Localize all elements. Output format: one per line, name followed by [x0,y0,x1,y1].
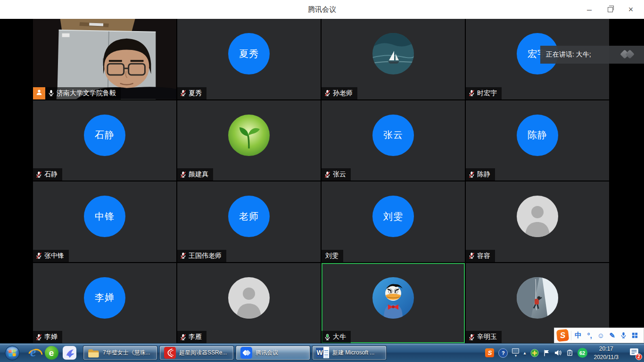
participant-name: 大牛 [333,333,346,341]
nameplate: 李雁 [177,331,206,343]
participant-name: 张中锋 [44,252,64,260]
taskbar-app-word[interactable]: W 新建 Microsoft ... [312,346,387,360]
system-tray: S ? ▾ ▴ 62 [485,348,587,358]
participant-name: 颜建真 [189,170,208,179]
nameplate: 孙老师 [322,87,357,99]
taskbar-app-label: 7华璧女士《慧珠... [103,349,150,357]
help-tray-icon[interactable]: ? [498,348,508,358]
nameplate: 辛明玉 [466,331,502,343]
participant-name: 李婵 [44,333,58,341]
title-bar: 腾讯会议 – × [0,0,644,19]
participant-tile-speaking[interactable]: 大牛 [322,263,465,344]
clipboard-tray-icon[interactable] [566,349,573,356]
avatar-initials: 李婵 [84,277,125,319]
taskbar-app-label: 新建 Microsoft ... [332,349,374,357]
participant-name: 夏秀 [189,89,202,98]
participant-tile[interactable]: 陈静 陈静 [466,100,609,181]
avatar-initials: 老师 [228,196,270,237]
mic-on-icon [48,90,55,97]
avatar-initials: 石静 [84,115,125,156]
participant-tile[interactable]: 老师 王国伟老师 [177,181,321,262]
nameplate: 颜建真 [177,168,213,181]
folder-icon [87,346,100,360]
nameplate: 容容 [466,250,495,262]
participant-tile[interactable]: 李雁 [177,263,321,344]
restore-button[interactable] [600,0,620,19]
taskbar-app-folder[interactable]: 7华璧女士《慧珠... [83,346,157,360]
participant-tile[interactable]: 李婵 李婵 [33,263,176,344]
chaoxing-reader-icon [163,346,176,360]
ime-punctuation-button[interactable]: °, [585,329,594,342]
nameplate: 陈静 [466,168,495,181]
ime-handwriting-button[interactable]: ✎ [608,329,617,342]
ime-emoji-button[interactable]: ☺ [596,329,605,342]
windows-taskbar: e e 7华璧女士《慧珠... 超星阅读器SSRe... 腾讯会议 W 新建 M… [0,343,644,362]
participant-tile[interactable]: 孙老师 [322,19,465,99]
mic-muted-icon [468,334,475,341]
sogou-logo-icon[interactable]: S [556,329,569,342]
participant-tile[interactable]: 中锋 张中锋 [33,181,176,262]
language-bar-icon[interactable]: ▾ [512,348,519,358]
participant-tile[interactable]: 夏秀 夏秀 [177,19,321,99]
360-safety-tray-icon[interactable] [530,349,539,357]
minimize-button[interactable]: – [579,0,600,19]
avatar-photo-climber [517,277,558,319]
ime-voice-button[interactable] [619,329,628,342]
volume-icon[interactable] [554,349,562,356]
mic-muted-icon [180,252,187,259]
avatar-initials: 陈静 [517,115,558,156]
360-browser-button[interactable]: e [42,344,60,362]
health-score-badge[interactable]: 62 [578,348,587,358]
sogou-tray-icon[interactable]: S [485,348,494,357]
action-center-flag-icon[interactable] [543,349,550,357]
ime-toolbox-button[interactable] [630,329,639,342]
notification-tray-button[interactable]: 2 [626,344,642,362]
avatar-silhouette [228,277,270,319]
word-icon: W [316,346,330,359]
taskbar-app-chaoxing[interactable]: 超星阅读器SSRe... [159,346,234,360]
participant-name: 时宏宇 [477,89,497,98]
participant-tile[interactable]: 刘雯 刘雯 [322,181,465,262]
tencent-meeting-icon [239,346,253,360]
participant-tile[interactable]: 济南大学文学院鲁毅 [33,19,176,99]
nameplate: 时宏宇 [466,87,502,99]
participant-name: 陈静 [477,170,490,179]
taskbar-clock[interactable]: 20:17 2020/11/3 [594,345,619,362]
avatar-silhouette [517,196,558,237]
nameplate: 大牛 [322,331,351,343]
divider [571,331,571,340]
windows-logo-icon [3,344,21,362]
ie-browser-button[interactable]: e [25,344,42,362]
sogou-input-bar: S 中 °, ☺ ✎ [554,328,644,343]
participant-tile[interactable]: 颜建真 [177,100,321,181]
minimize-icon: – [587,5,592,15]
mic-muted-icon [35,334,42,341]
show-hidden-icons-button[interactable]: ▴ [523,350,526,355]
nameplate: 张中锋 [33,250,69,262]
nameplate: 张云 [322,168,351,181]
xunlei-button[interactable] [60,344,78,362]
nameplate: 王国伟老师 [177,250,226,262]
ie-icon: e [26,346,41,360]
ime-mode-button[interactable]: 中 [574,329,583,342]
participant-tile[interactable]: 张云 张云 [322,100,465,181]
speaking-banner: 正在讲话: 大牛; [540,46,644,64]
taskbar-app-tencent-meeting[interactable]: 腾讯会议 [236,346,310,360]
participant-tile[interactable]: 容容 [466,181,609,262]
taskbar-app-label: 腾讯会议 [256,349,278,357]
notification-count-badge: 2 [636,354,642,360]
person-icon [35,89,43,98]
start-button[interactable] [0,344,25,362]
mic-muted-icon [468,90,475,97]
window-title: 腾讯会议 [0,0,644,19]
taskbar-app-label: 超星阅读器SSRe... [179,349,227,357]
participant-name: 济南大学文学院鲁毅 [57,89,116,98]
participant-name: 容容 [477,252,490,260]
tencent-meeting-window: 腾讯会议 – × [0,0,644,362]
mic-muted-icon [180,171,187,178]
mic-muted-icon [180,334,187,341]
close-button[interactable]: × [620,0,641,19]
participant-name: 张云 [333,170,346,179]
participant-tile[interactable]: 石静 石静 [33,100,176,181]
avatar-initials: 张云 [372,115,414,156]
